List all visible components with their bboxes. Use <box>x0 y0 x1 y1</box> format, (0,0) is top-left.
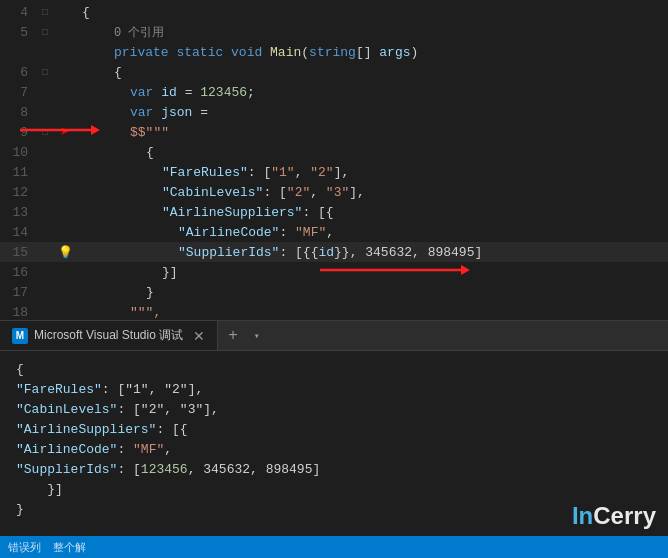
line-number: 18 <box>0 305 38 320</box>
token: , <box>295 165 311 180</box>
panel-output-line: "AirlineSuppliers": [{ <box>16 419 652 439</box>
code-line: 13"AirlineSuppliers": [{ <box>0 202 668 222</box>
token: """, <box>130 305 161 320</box>
panel-output-line: "SupplierIds": [123456, 345632, 898495] <box>16 459 652 479</box>
line-number: 7 <box>0 85 38 100</box>
panel-output-line: { <box>16 359 652 379</box>
token: "MF" <box>295 225 326 240</box>
token: "FareRules" <box>162 165 248 180</box>
token: [] <box>356 45 379 60</box>
token: private <box>114 45 176 60</box>
panel-tab-dropdown-icon[interactable]: ▾ <box>248 330 266 342</box>
line-content: """, <box>78 305 668 320</box>
code-line: 6□{ <box>0 62 668 82</box>
code-line: 12"CabinLevels": ["2", "3"], <box>0 182 668 202</box>
token: "2" <box>287 185 310 200</box>
code-line: 11"FareRules": ["1", "2"], <box>0 162 668 182</box>
token: "2" <box>310 165 333 180</box>
token: ) <box>411 45 419 60</box>
token: json <box>161 105 192 120</box>
panel-tab-add-icon[interactable]: + <box>218 327 248 345</box>
line-content: }] <box>78 265 668 280</box>
token: "3" <box>326 185 349 200</box>
token: "1" <box>271 165 294 180</box>
token: "SupplierIds" <box>178 245 279 260</box>
collapse-icon[interactable]: □ <box>38 7 52 18</box>
bottom-panel: M Microsoft Visual Studio 调试 ✕ + ▾ { "Fa… <box>0 320 668 558</box>
line-content: "FareRules": ["1", "2"], <box>78 165 668 180</box>
panel-tab-close-icon[interactable]: ✕ <box>193 328 205 344</box>
code-lines: 4□{5□0 个引用private static void Main(strin… <box>0 0 668 320</box>
arrow-col: ➤ <box>52 122 78 142</box>
line-content: private static void Main(string[] args) <box>78 45 668 60</box>
json-num: 123456 <box>141 462 188 477</box>
editor-area: 4□{5□0 个引用private static void Main(strin… <box>0 0 668 320</box>
code-line: private static void Main(string[] args) <box>0 42 668 62</box>
token: ], <box>349 185 365 200</box>
arrow-col: 💡 <box>52 245 78 260</box>
line-number: 10 <box>0 145 38 160</box>
token: : [{ <box>302 205 333 220</box>
code-line: 8var json = <box>0 102 668 122</box>
token: args <box>379 45 410 60</box>
line-content: $$""" <box>78 125 668 140</box>
panel-output-line: "FareRules": ["1", "2"], <box>16 379 652 399</box>
line-content: 0 个引用 <box>78 24 668 41</box>
line-content: var json = <box>78 105 668 120</box>
line-number: 5 <box>0 25 38 40</box>
json-key: "FareRules" <box>16 382 102 397</box>
json-str: "MF" <box>133 442 164 457</box>
token: : [ <box>263 185 286 200</box>
token: : [{{ <box>279 245 318 260</box>
line-content: } <box>78 285 668 300</box>
token: "AirlineSuppliers" <box>162 205 302 220</box>
token: Main <box>270 45 301 60</box>
panel-tab-label: Microsoft Visual Studio 调试 <box>34 327 183 344</box>
collapse-icon[interactable]: □ <box>38 127 52 138</box>
line-content: "SupplierIds": [{{id}}, 345632, 898495] <box>78 245 668 260</box>
token: id <box>161 85 177 100</box>
token: { <box>82 5 90 20</box>
code-line: 14"AirlineCode": "MF", <box>0 222 668 242</box>
code-line: 4□{ <box>0 2 668 22</box>
token: , <box>326 225 334 240</box>
line-number: 15 <box>0 245 38 260</box>
code-line: 9□➤$$""" <box>0 122 668 142</box>
json-key: "CabinLevels" <box>16 402 117 417</box>
line-number: 8 <box>0 105 38 120</box>
token: string <box>309 45 356 60</box>
status-errors: 错误列 <box>8 540 41 555</box>
token: : [ <box>248 165 271 180</box>
panel-output-line: "CabinLevels": ["2", "3"], <box>16 399 652 419</box>
collapse-icon[interactable]: □ <box>38 27 52 38</box>
panel-output-line: }] <box>16 479 652 499</box>
token: = <box>192 105 208 120</box>
line-content: var id = 123456; <box>78 85 668 100</box>
line-content: "AirlineSuppliers": [{ <box>78 205 668 220</box>
line-number: 11 <box>0 165 38 180</box>
token: "CabinLevels" <box>162 185 263 200</box>
line-number: 4 <box>0 5 38 20</box>
line-number: 12 <box>0 185 38 200</box>
panel-tab[interactable]: M Microsoft Visual Studio 调试 ✕ <box>0 321 218 350</box>
code-line: 10{ <box>0 142 668 162</box>
panel-content: { "FareRules": ["1", "2"], "CabinLevels"… <box>0 351 668 527</box>
token: , <box>310 185 326 200</box>
status-bar: 错误列 整个解 <box>0 536 668 558</box>
token: "AirlineCode" <box>178 225 279 240</box>
collapse-icon[interactable]: □ <box>38 67 52 78</box>
token: void <box>231 45 270 60</box>
arrow-right-icon: ➤ <box>60 122 70 142</box>
line-content: "AirlineCode": "MF", <box>78 225 668 240</box>
panel-tab-icon: M <box>12 328 28 344</box>
json-key: "SupplierIds" <box>16 462 117 477</box>
line-content: "CabinLevels": ["2", "3"], <box>78 185 668 200</box>
line-number: 17 <box>0 285 38 300</box>
status-solution: 整个解 <box>53 540 86 555</box>
token: var <box>130 105 161 120</box>
token: 0 个引用 <box>114 26 164 40</box>
panel-output-line: "AirlineCode": "MF", <box>16 439 652 459</box>
line-number: 14 <box>0 225 38 240</box>
token: ], <box>334 165 350 180</box>
bulb-icon[interactable]: 💡 <box>58 245 73 260</box>
